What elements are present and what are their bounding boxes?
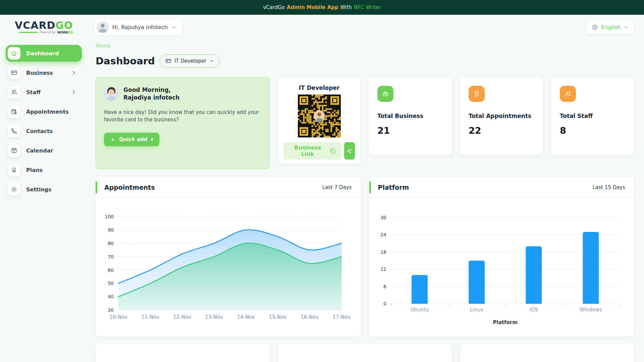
svg-text:70: 70 xyxy=(108,254,114,259)
chart-canvas: 3040506070809010010-Nov11-Nov12-Nov13-No… xyxy=(96,197,361,337)
sidebar-item-contacts[interactable]: Contacts xyxy=(6,123,82,139)
svg-text:15-Nov: 15-Nov xyxy=(269,314,287,320)
svg-text:60: 60 xyxy=(108,267,114,273)
svg-text:Windows: Windows xyxy=(579,307,602,313)
chart-period: Last 15 Days xyxy=(593,184,625,190)
qr-avatar xyxy=(314,110,325,122)
award-icon xyxy=(8,164,20,176)
chart-canvas: 0612182430UbuntuLinuxiOSWindowsPlatform xyxy=(369,197,634,337)
sidebar-item-dashboard[interactable]: Dashboard xyxy=(6,45,82,62)
business-selector-label: IT Developer xyxy=(174,58,207,64)
business-selector-button[interactable]: IT Developer xyxy=(160,54,220,68)
user-greeting: Hi, Rajodiya infotech xyxy=(112,24,168,31)
logo-primary: VCARD xyxy=(15,19,55,31)
logo-wordmark: VCARDGO xyxy=(15,20,73,31)
sidebar-item-staff[interactable]: Staff xyxy=(6,84,82,101)
quick-add-button[interactable]: Quick add ▼ xyxy=(104,133,159,146)
avatar xyxy=(97,21,109,33)
greeting-message: Have a nice day! Did you know that you c… xyxy=(104,109,261,124)
stat-card-total-business: Total Business21 xyxy=(369,77,451,155)
sidebar-item-appointments[interactable]: Appointments xyxy=(6,103,82,120)
svg-text:Platform: Platform xyxy=(493,319,517,325)
stat-value: 22 xyxy=(469,125,534,136)
announcement-highlight: Admin Mobile App xyxy=(287,4,338,10)
sidebar-item-label: Appointments xyxy=(26,109,69,115)
svg-text:18: 18 xyxy=(380,249,386,255)
home-icon xyxy=(8,47,20,60)
greeting-line1: Good Morning, xyxy=(123,86,179,94)
language-selector[interactable]: English xyxy=(586,21,634,34)
user-menu[interactable]: Hi, Rajodiya infotech xyxy=(94,19,182,35)
sidebar-item-label: Plans xyxy=(26,167,43,173)
announcement-connector: With xyxy=(340,4,352,10)
breadcrumb[interactable]: Home xyxy=(96,43,110,49)
announcement-brand: vCardGo xyxy=(263,4,285,10)
sidebar-item-label: Dashboard xyxy=(26,50,59,57)
svg-text:100: 100 xyxy=(105,214,114,219)
phone-icon xyxy=(8,125,20,137)
business-link-label: Business Link xyxy=(289,144,327,157)
svg-text:80: 80 xyxy=(108,241,114,246)
chevron-down-icon xyxy=(171,25,176,30)
logo-secondary: GO xyxy=(55,19,73,31)
clipboard-check-icon xyxy=(469,86,485,102)
sidebar-item-settings[interactable]: Settings xyxy=(6,181,82,198)
sidebar-item-calendar[interactable]: Calendar xyxy=(6,142,82,159)
svg-text:6: 6 xyxy=(383,284,386,289)
business-link-button[interactable]: Business Link xyxy=(283,142,341,160)
app-logo[interactable]: VCARDGO Powered by WORKDO xyxy=(15,20,73,34)
stat-label: Total Staff xyxy=(560,113,625,119)
accent-bar xyxy=(369,181,371,193)
card-partial xyxy=(278,344,452,362)
users-icon xyxy=(560,86,576,102)
header: VCARDGO Powered by WORKDO Hi, Rajodiya i… xyxy=(0,15,644,40)
svg-text:13-Nov: 13-Nov xyxy=(205,314,223,320)
gear-icon xyxy=(8,183,20,196)
chart-title: Appointments xyxy=(104,184,155,191)
chart-card-appointments: AppointmentsLast 7 Days 3040506070809010… xyxy=(96,177,361,337)
svg-text:11-Nov: 11-Nov xyxy=(141,314,159,320)
svg-text:14-Nov: 14-Nov xyxy=(237,314,255,320)
card-icon xyxy=(165,58,171,64)
chevron-down-icon xyxy=(624,25,629,30)
svg-text:Linux: Linux xyxy=(470,307,483,313)
tagline-prefix: Powered by xyxy=(40,31,55,34)
svg-text:iOS: iOS xyxy=(529,307,538,313)
svg-text:0: 0 xyxy=(383,301,386,306)
sidebar-item-business[interactable]: Business xyxy=(6,64,82,81)
sidebar-item-label: Contacts xyxy=(26,128,53,134)
svg-text:17-Nov: 17-Nov xyxy=(333,314,351,320)
plus-icon xyxy=(110,137,116,142)
card-partial xyxy=(96,344,270,362)
qr-card-title: IT Developer xyxy=(299,84,340,91)
svg-text:90: 90 xyxy=(108,227,114,233)
share-icon xyxy=(346,148,352,154)
svg-text:24: 24 xyxy=(380,232,386,237)
chart-card-platform: PlatformLast 15 Days0612182430UbuntuLinu… xyxy=(369,177,634,337)
quick-add-label: Quick add xyxy=(119,136,147,142)
sidebar: DashboardBusinessStaffAppointmentsContac… xyxy=(0,40,90,200)
tagline-brand: WORKDO xyxy=(57,31,73,34)
calendar-clock-icon xyxy=(8,105,20,118)
sidebar-item-label: Settings xyxy=(26,186,52,193)
sidebar-item-plans[interactable]: Plans xyxy=(6,162,82,178)
stat-value: 8 xyxy=(560,125,625,136)
chart-period: Last 7 Days xyxy=(322,184,352,190)
svg-text:Ubuntu: Ubuntu xyxy=(410,307,429,313)
logo-tagline: Powered by WORKDO xyxy=(15,31,73,34)
sidebar-item-label: Business xyxy=(26,70,53,76)
svg-text:40: 40 xyxy=(108,294,114,299)
stat-card-total-staff: Total Staff8 xyxy=(551,77,634,155)
copy-icon xyxy=(330,148,336,154)
share-button[interactable] xyxy=(344,142,355,160)
briefcase-icon xyxy=(377,86,393,102)
chevron-right-icon xyxy=(70,69,77,76)
announcement-bar: vCardGo Admin Mobile App With NFC Writer xyxy=(0,0,644,15)
main-content: Home Dashboard IT Developer xyxy=(90,40,644,362)
chevron-down-icon xyxy=(209,59,214,63)
card-partial xyxy=(461,344,634,362)
chevron-right-icon xyxy=(70,89,77,96)
svg-text:30: 30 xyxy=(108,307,114,313)
accent-bar xyxy=(96,181,97,193)
svg-text:12-Nov: 12-Nov xyxy=(173,314,191,320)
